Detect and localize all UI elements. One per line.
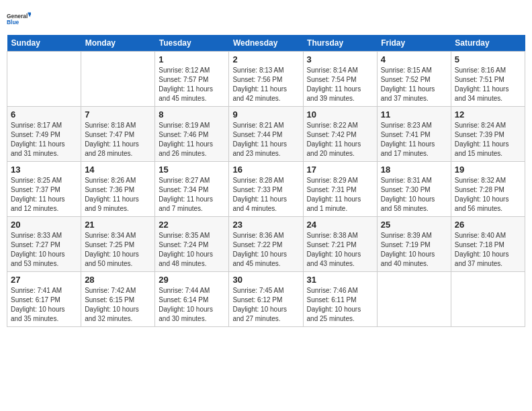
- calendar-cell: 21 Sunrise: 8:34 AMSunset: 7:25 PMDaylig…: [81, 217, 155, 272]
- calendar-cell: [81, 52, 155, 107]
- svg-marker-2: [28, 12, 31, 17]
- cell-info: Sunrise: 8:28 AMSunset: 7:33 PMDaylight:…: [232, 177, 287, 212]
- calendar-table: SundayMondayTuesdayWednesdayThursdayFrid…: [7, 35, 525, 327]
- calendar-cell: 24 Sunrise: 8:38 AMSunset: 7:21 PMDaylig…: [303, 217, 377, 272]
- cell-info: Sunrise: 8:25 AMSunset: 7:37 PMDaylight:…: [11, 177, 65, 212]
- calendar-cell: 26 Sunrise: 8:40 AMSunset: 7:18 PMDaylig…: [451, 217, 525, 272]
- calendar-cell: 27 Sunrise: 7:41 AMSunset: 6:17 PMDaylig…: [7, 272, 81, 327]
- cell-info: Sunrise: 8:14 AMSunset: 7:54 PMDaylight:…: [307, 66, 361, 102]
- day-number: 29: [159, 275, 225, 285]
- cell-info: Sunrise: 8:16 AMSunset: 7:51 PMDaylight:…: [455, 66, 509, 102]
- cell-info: Sunrise: 8:35 AMSunset: 7:24 PMDaylight:…: [159, 232, 213, 267]
- day-header-friday: Friday: [377, 35, 451, 52]
- day-number: 1: [159, 54, 225, 64]
- calendar-cell: 3 Sunrise: 8:14 AMSunset: 7:54 PMDayligh…: [303, 52, 377, 107]
- calendar-cell: 16 Sunrise: 8:28 AMSunset: 7:33 PMDaylig…: [229, 162, 303, 217]
- calendar-cell: 5 Sunrise: 8:16 AMSunset: 7:51 PMDayligh…: [451, 52, 525, 107]
- day-number: 15: [159, 165, 225, 175]
- day-number: 5: [455, 54, 521, 64]
- cell-info: Sunrise: 8:23 AMSunset: 7:41 PMDaylight:…: [381, 122, 435, 157]
- day-number: 23: [232, 220, 299, 230]
- day-number: 11: [381, 109, 447, 120]
- cell-info: Sunrise: 8:15 AMSunset: 7:52 PMDaylight:…: [381, 66, 435, 102]
- day-number: 25: [381, 220, 447, 230]
- cell-info: Sunrise: 8:24 AMSunset: 7:39 PMDaylight:…: [455, 122, 509, 157]
- cell-info: Sunrise: 8:29 AMSunset: 7:31 PMDaylight:…: [307, 177, 361, 212]
- svg-text:General: General: [7, 13, 28, 19]
- calendar-week-2: 6 Sunrise: 8:17 AMSunset: 7:49 PMDayligh…: [7, 107, 525, 162]
- day-number: 28: [85, 275, 151, 285]
- cell-info: Sunrise: 7:46 AMSunset: 6:11 PMDaylight:…: [307, 287, 361, 322]
- page-header: General Blue: [7, 7, 525, 31]
- calendar-cell: 18 Sunrise: 8:31 AMSunset: 7:30 PMDaylig…: [377, 162, 451, 217]
- cell-info: Sunrise: 8:33 AMSunset: 7:27 PMDaylight:…: [11, 232, 65, 267]
- cell-info: Sunrise: 7:41 AMSunset: 6:17 PMDaylight:…: [11, 287, 65, 322]
- day-number: 8: [159, 109, 225, 120]
- calendar-cell: 17 Sunrise: 8:29 AMSunset: 7:31 PMDaylig…: [303, 162, 377, 217]
- day-number: 22: [159, 220, 225, 230]
- cell-info: Sunrise: 8:38 AMSunset: 7:21 PMDaylight:…: [307, 232, 361, 267]
- calendar-cell: 12 Sunrise: 8:24 AMSunset: 7:39 PMDaylig…: [451, 107, 525, 162]
- day-header-tuesday: Tuesday: [155, 35, 229, 52]
- day-number: 20: [11, 220, 77, 230]
- day-header-sunday: Sunday: [7, 35, 81, 52]
- calendar-cell: 8 Sunrise: 8:19 AMSunset: 7:46 PMDayligh…: [155, 107, 229, 162]
- day-number: 17: [307, 165, 373, 175]
- day-number: 30: [232, 275, 299, 285]
- calendar-cell: 9 Sunrise: 8:21 AMSunset: 7:44 PMDayligh…: [229, 107, 303, 162]
- day-number: 27: [11, 275, 77, 285]
- logo: General Blue: [7, 7, 31, 31]
- day-number: 4: [381, 54, 447, 64]
- cell-info: Sunrise: 8:34 AMSunset: 7:25 PMDaylight:…: [85, 232, 139, 267]
- day-number: 16: [232, 165, 299, 175]
- calendar-cell: 19 Sunrise: 8:32 AMSunset: 7:28 PMDaylig…: [451, 162, 525, 217]
- calendar-week-5: 27 Sunrise: 7:41 AMSunset: 6:17 PMDaylig…: [7, 272, 525, 327]
- day-number: 18: [381, 165, 447, 175]
- day-number: 13: [11, 165, 77, 175]
- calendar-cell: [451, 272, 525, 327]
- cell-info: Sunrise: 8:26 AMSunset: 7:36 PMDaylight:…: [85, 177, 139, 212]
- day-number: 7: [85, 109, 151, 120]
- calendar-week-1: 1 Sunrise: 8:12 AMSunset: 7:57 PMDayligh…: [7, 52, 525, 107]
- calendar-cell: 2 Sunrise: 8:13 AMSunset: 7:56 PMDayligh…: [229, 52, 303, 107]
- day-header-row: SundayMondayTuesdayWednesdayThursdayFrid…: [7, 35, 525, 52]
- cell-info: Sunrise: 8:39 AMSunset: 7:19 PMDaylight:…: [381, 232, 435, 267]
- calendar-week-4: 20 Sunrise: 8:33 AMSunset: 7:27 PMDaylig…: [7, 217, 525, 272]
- calendar-cell: 29 Sunrise: 7:44 AMSunset: 6:14 PMDaylig…: [155, 272, 229, 327]
- svg-text:Blue: Blue: [7, 19, 19, 26]
- day-header-wednesday: Wednesday: [229, 35, 303, 52]
- day-number: 31: [307, 275, 373, 285]
- logo-svg: General Blue: [7, 7, 31, 31]
- day-number: 3: [307, 54, 373, 64]
- calendar-cell: [377, 272, 451, 327]
- cell-info: Sunrise: 8:31 AMSunset: 7:30 PMDaylight:…: [381, 177, 435, 212]
- cell-info: Sunrise: 8:32 AMSunset: 7:28 PMDaylight:…: [455, 177, 509, 212]
- day-number: 19: [455, 165, 521, 175]
- calendar-cell: 25 Sunrise: 8:39 AMSunset: 7:19 PMDaylig…: [377, 217, 451, 272]
- calendar-cell: 13 Sunrise: 8:25 AMSunset: 7:37 PMDaylig…: [7, 162, 81, 217]
- cell-info: Sunrise: 7:44 AMSunset: 6:14 PMDaylight:…: [159, 287, 213, 322]
- day-number: 14: [85, 165, 151, 175]
- cell-info: Sunrise: 8:27 AMSunset: 7:34 PMDaylight:…: [159, 177, 213, 212]
- cell-info: Sunrise: 8:12 AMSunset: 7:57 PMDaylight:…: [159, 66, 213, 102]
- day-header-monday: Monday: [81, 35, 155, 52]
- cell-info: Sunrise: 7:45 AMSunset: 6:12 PMDaylight:…: [232, 287, 287, 322]
- day-number: 21: [85, 220, 151, 230]
- calendar-week-3: 13 Sunrise: 8:25 AMSunset: 7:37 PMDaylig…: [7, 162, 525, 217]
- day-number: 6: [11, 109, 77, 120]
- day-number: 10: [307, 109, 373, 120]
- cell-info: Sunrise: 8:22 AMSunset: 7:42 PMDaylight:…: [307, 122, 361, 157]
- calendar-cell: 11 Sunrise: 8:23 AMSunset: 7:41 PMDaylig…: [377, 107, 451, 162]
- calendar-cell: 14 Sunrise: 8:26 AMSunset: 7:36 PMDaylig…: [81, 162, 155, 217]
- calendar-cell: 22 Sunrise: 8:35 AMSunset: 7:24 PMDaylig…: [155, 217, 229, 272]
- calendar-cell: 1 Sunrise: 8:12 AMSunset: 7:57 PMDayligh…: [155, 52, 229, 107]
- calendar-cell: 20 Sunrise: 8:33 AMSunset: 7:27 PMDaylig…: [7, 217, 81, 272]
- cell-info: Sunrise: 8:13 AMSunset: 7:56 PMDaylight:…: [232, 66, 287, 102]
- calendar-cell: 6 Sunrise: 8:17 AMSunset: 7:49 PMDayligh…: [7, 107, 81, 162]
- day-number: 24: [307, 220, 373, 230]
- calendar-cell: 10 Sunrise: 8:22 AMSunset: 7:42 PMDaylig…: [303, 107, 377, 162]
- cell-info: Sunrise: 8:21 AMSunset: 7:44 PMDaylight:…: [232, 122, 287, 157]
- cell-info: Sunrise: 8:17 AMSunset: 7:49 PMDaylight:…: [11, 122, 65, 157]
- day-number: 2: [232, 54, 299, 64]
- calendar-cell: [7, 52, 81, 107]
